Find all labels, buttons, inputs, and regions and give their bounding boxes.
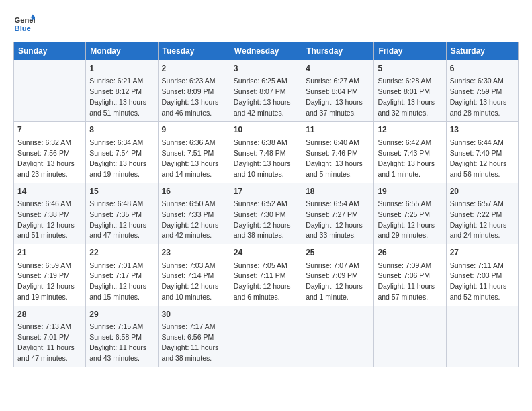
calendar-week-row: 1Sunrise: 6:21 AM Sunset: 8:12 PM Daylig… (14, 60, 519, 122)
day-info: Sunrise: 7:13 AM Sunset: 7:01 PM Dayligh… (17, 322, 82, 364)
calendar-cell: 10Sunrise: 6:38 AM Sunset: 7:48 PM Dayli… (230, 122, 302, 183)
calendar-cell (230, 306, 302, 367)
calendar-cell: 1Sunrise: 6:21 AM Sunset: 8:12 PM Daylig… (86, 60, 158, 122)
day-info: Sunrise: 6:59 AM Sunset: 7:19 PM Dayligh… (17, 261, 82, 303)
day-info: Sunrise: 6:30 AM Sunset: 7:59 PM Dayligh… (450, 76, 515, 118)
day-number: 22 (89, 247, 154, 259)
weekday-header: Friday (374, 42, 446, 60)
day-info: Sunrise: 6:40 AM Sunset: 7:46 PM Dayligh… (306, 138, 370, 180)
day-info: Sunrise: 6:38 AM Sunset: 7:48 PM Dayligh… (234, 138, 298, 180)
day-number: 2 (162, 63, 226, 75)
day-number: 20 (450, 186, 515, 197)
calendar-cell: 18Sunrise: 6:54 AM Sunset: 7:27 PM Dayli… (302, 183, 374, 244)
day-number: 8 (89, 124, 154, 136)
day-number: 11 (306, 124, 370, 136)
day-number: 13 (450, 124, 515, 136)
page-header: General Blue (13, 13, 519, 35)
weekday-header: Thursday (302, 42, 374, 60)
calendar-cell: 13Sunrise: 6:44 AM Sunset: 7:40 PM Dayli… (446, 122, 518, 183)
day-info: Sunrise: 6:52 AM Sunset: 7:30 PM Dayligh… (234, 199, 298, 241)
calendar-cell: 20Sunrise: 6:57 AM Sunset: 7:22 PM Dayli… (446, 183, 518, 244)
day-info: Sunrise: 7:05 AM Sunset: 7:11 PM Dayligh… (234, 261, 298, 303)
weekday-header: Sunday (14, 42, 86, 60)
calendar-cell: 19Sunrise: 6:55 AM Sunset: 7:25 PM Dayli… (374, 183, 446, 244)
calendar-cell: 27Sunrise: 7:11 AM Sunset: 7:03 PM Dayli… (446, 244, 518, 306)
day-info: Sunrise: 6:27 AM Sunset: 8:04 PM Dayligh… (306, 76, 370, 118)
calendar-cell: 30Sunrise: 7:17 AM Sunset: 6:56 PM Dayli… (158, 306, 230, 367)
day-info: Sunrise: 7:09 AM Sunset: 7:06 PM Dayligh… (378, 261, 442, 303)
day-number: 3 (234, 63, 298, 75)
calendar-cell (446, 306, 518, 367)
calendar-cell (374, 306, 446, 367)
calendar-week-row: 14Sunrise: 6:46 AM Sunset: 7:38 PM Dayli… (14, 183, 519, 244)
weekday-header-row: SundayMondayTuesdayWednesdayThursdayFrid… (14, 42, 519, 60)
day-info: Sunrise: 7:15 AM Sunset: 6:58 PM Dayligh… (89, 322, 154, 364)
day-info: Sunrise: 7:17 AM Sunset: 6:56 PM Dayligh… (162, 322, 226, 364)
calendar-cell: 6Sunrise: 6:30 AM Sunset: 7:59 PM Daylig… (446, 60, 518, 122)
day-number: 12 (378, 124, 442, 136)
day-info: Sunrise: 7:07 AM Sunset: 7:09 PM Dayligh… (306, 261, 370, 303)
calendar-week-row: 28Sunrise: 7:13 AM Sunset: 7:01 PM Dayli… (14, 306, 519, 367)
day-info: Sunrise: 6:28 AM Sunset: 8:01 PM Dayligh… (378, 76, 442, 118)
calendar-cell: 15Sunrise: 6:48 AM Sunset: 7:35 PM Dayli… (86, 183, 158, 244)
calendar-cell: 16Sunrise: 6:50 AM Sunset: 7:33 PM Dayli… (158, 183, 230, 244)
calendar-cell (14, 60, 86, 122)
day-info: Sunrise: 6:50 AM Sunset: 7:33 PM Dayligh… (162, 199, 226, 241)
day-number: 24 (234, 247, 298, 259)
day-info: Sunrise: 6:55 AM Sunset: 7:25 PM Dayligh… (378, 199, 442, 241)
day-info: Sunrise: 6:32 AM Sunset: 7:56 PM Dayligh… (17, 138, 82, 180)
calendar-cell: 29Sunrise: 7:15 AM Sunset: 6:58 PM Dayli… (86, 306, 158, 367)
calendar-cell: 8Sunrise: 6:34 AM Sunset: 7:54 PM Daylig… (86, 122, 158, 183)
day-number: 30 (162, 309, 226, 320)
calendar-cell: 12Sunrise: 6:42 AM Sunset: 7:43 PM Dayli… (374, 122, 446, 183)
calendar-cell: 5Sunrise: 6:28 AM Sunset: 8:01 PM Daylig… (374, 60, 446, 122)
day-number: 21 (17, 247, 82, 259)
day-number: 29 (89, 309, 154, 320)
day-number: 16 (162, 186, 226, 197)
day-number: 6 (450, 63, 515, 75)
day-number: 25 (306, 247, 370, 259)
calendar-cell: 17Sunrise: 6:52 AM Sunset: 7:30 PM Dayli… (230, 183, 302, 244)
calendar-table: SundayMondayTuesdayWednesdayThursdayFrid… (13, 42, 519, 367)
calendar-cell: 3Sunrise: 6:25 AM Sunset: 8:07 PM Daylig… (230, 60, 302, 122)
calendar-cell: 14Sunrise: 6:46 AM Sunset: 7:38 PM Dayli… (14, 183, 86, 244)
calendar-cell: 9Sunrise: 6:36 AM Sunset: 7:51 PM Daylig… (158, 122, 230, 183)
day-number: 18 (306, 186, 370, 197)
day-info: Sunrise: 6:54 AM Sunset: 7:27 PM Dayligh… (306, 199, 370, 241)
day-number: 17 (234, 186, 298, 197)
day-number: 28 (17, 309, 82, 320)
calendar-cell: 11Sunrise: 6:40 AM Sunset: 7:46 PM Dayli… (302, 122, 374, 183)
logo: General Blue (13, 13, 38, 35)
day-number: 7 (17, 124, 82, 136)
day-info: Sunrise: 7:01 AM Sunset: 7:17 PM Dayligh… (89, 261, 154, 303)
day-info: Sunrise: 6:48 AM Sunset: 7:35 PM Dayligh… (89, 199, 154, 241)
day-info: Sunrise: 7:03 AM Sunset: 7:14 PM Dayligh… (162, 261, 226, 303)
calendar-week-row: 21Sunrise: 6:59 AM Sunset: 7:19 PM Dayli… (14, 244, 519, 306)
logo-icon: General Blue (13, 13, 35, 35)
day-info: Sunrise: 6:23 AM Sunset: 8:09 PM Dayligh… (162, 76, 226, 118)
day-info: Sunrise: 6:42 AM Sunset: 7:43 PM Dayligh… (378, 138, 442, 180)
day-info: Sunrise: 6:25 AM Sunset: 8:07 PM Dayligh… (234, 76, 298, 118)
day-info: Sunrise: 6:57 AM Sunset: 7:22 PM Dayligh… (450, 199, 515, 241)
day-number: 23 (162, 247, 226, 259)
day-number: 4 (306, 63, 370, 75)
day-number: 9 (162, 124, 226, 136)
calendar-cell (302, 306, 374, 367)
day-number: 19 (378, 186, 442, 197)
calendar-cell: 24Sunrise: 7:05 AM Sunset: 7:11 PM Dayli… (230, 244, 302, 306)
calendar-cell: 21Sunrise: 6:59 AM Sunset: 7:19 PM Dayli… (14, 244, 86, 306)
day-number: 1 (89, 63, 154, 75)
day-info: Sunrise: 7:11 AM Sunset: 7:03 PM Dayligh… (450, 261, 515, 303)
day-info: Sunrise: 6:46 AM Sunset: 7:38 PM Dayligh… (17, 199, 82, 241)
day-number: 5 (378, 63, 442, 75)
day-number: 10 (234, 124, 298, 136)
calendar-cell: 25Sunrise: 7:07 AM Sunset: 7:09 PM Dayli… (302, 244, 374, 306)
day-info: Sunrise: 6:21 AM Sunset: 8:12 PM Dayligh… (89, 76, 154, 118)
weekday-header: Wednesday (230, 42, 302, 60)
day-number: 26 (378, 247, 442, 259)
calendar-week-row: 7Sunrise: 6:32 AM Sunset: 7:56 PM Daylig… (14, 122, 519, 183)
day-info: Sunrise: 6:44 AM Sunset: 7:40 PM Dayligh… (450, 138, 515, 180)
day-number: 27 (450, 247, 515, 259)
weekday-header: Saturday (446, 42, 518, 60)
day-info: Sunrise: 6:36 AM Sunset: 7:51 PM Dayligh… (162, 138, 226, 180)
